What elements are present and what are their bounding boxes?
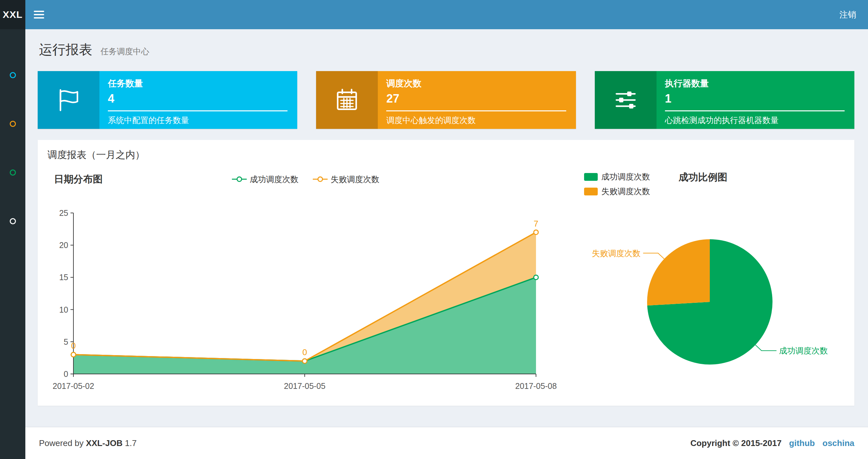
info-box-desc: 系统中配置的任务数量	[108, 115, 287, 126]
info-box-trigger-count: 调度次数 27 调度中心触发的调度次数	[316, 71, 576, 129]
progress-line	[386, 110, 566, 111]
panel-title: 调度报表（一月之内）	[38, 140, 855, 166]
circle-icon	[10, 72, 16, 78]
line-marker-icon	[232, 175, 247, 183]
line-marker-icon	[313, 175, 328, 183]
app-logo[interactable]: XXL	[0, 0, 25, 29]
sidebar	[0, 29, 25, 459]
logout-link[interactable]: 注销	[828, 0, 868, 29]
legend-swatch-icon	[584, 173, 598, 181]
powered-by: Powered by XXL-JOB 1.7	[39, 438, 137, 448]
circle-icon	[10, 169, 16, 175]
product-version: 1.7	[125, 438, 136, 448]
svg-text:10: 10	[59, 305, 68, 314]
product-name: XXL-JOB	[86, 438, 123, 448]
content-header: 运行报表 任务调度中心	[38, 41, 855, 59]
svg-text:15: 15	[59, 273, 68, 282]
svg-text:0: 0	[64, 369, 68, 379]
info-box-value: 1	[665, 92, 845, 105]
circle-icon	[10, 218, 16, 224]
hamburger-icon	[34, 11, 44, 12]
svg-text:2017-05-02: 2017-05-02	[53, 382, 94, 391]
svg-text:失败调度次数: 失败调度次数	[592, 249, 641, 258]
sidebar-item-task-manage[interactable]	[0, 99, 25, 148]
navbar-main: 注销	[25, 0, 868, 29]
info-box-title: 执行器数量	[665, 77, 845, 89]
info-box-executor-count: 执行器数量 1 心跳检测成功的执行器机器数量	[595, 71, 855, 129]
github-link[interactable]: github	[789, 438, 815, 448]
svg-text:0: 0	[71, 341, 76, 351]
success-ratio-chart-section: 成功调度次数失败调度次数 成功比例图 成功调度次数失败调度次数	[582, 171, 845, 393]
svg-text:2017-05-08: 2017-05-08	[515, 382, 557, 391]
sidebar-item-executor-manage[interactable]	[0, 197, 25, 245]
date-distribution-chart-section: 日期分布图 成功调度次数失败调度次数 05101520252017-05-022…	[48, 171, 582, 393]
content: 运行报表 任务调度中心 任务数量 4 系统中配置的任务数量	[25, 29, 868, 427]
main-area: 运行报表 任务调度中心 任务数量 4 系统中配置的任务数量	[25, 0, 868, 459]
calendar-icon	[316, 71, 378, 129]
svg-text:5: 5	[64, 337, 68, 347]
report-panel: 调度报表（一月之内） 日期分布图 成功调度次数失败调度次数 0510152025…	[38, 140, 855, 406]
info-box-desc: 调度中心触发的调度次数	[386, 115, 566, 126]
pie-chart-title: 成功比例图	[679, 171, 727, 184]
info-box-row: 任务数量 4 系统中配置的任务数量	[38, 71, 855, 129]
sidebar-item-dispatch-log[interactable]	[0, 148, 25, 197]
legend-item-成功调度次数[interactable]: 成功调度次数	[584, 171, 650, 182]
info-box-title: 调度次数	[386, 77, 566, 89]
line-chart-title: 日期分布图	[54, 173, 103, 186]
sidebar-toggle-button[interactable]	[25, 0, 53, 29]
footer-links: Copyright © 2015-2017 github oschina	[690, 438, 855, 448]
top-navbar: XXL 注销	[0, 0, 868, 29]
legend-label: 成功调度次数	[601, 171, 650, 182]
svg-text:7: 7	[534, 219, 538, 229]
page-subtitle: 任务调度中心	[100, 47, 149, 56]
svg-text:25: 25	[59, 208, 68, 218]
info-box-value: 27	[386, 92, 566, 105]
progress-line	[665, 110, 845, 111]
legend-item-失败调度次数[interactable]: 失败调度次数	[313, 174, 379, 185]
info-box-title: 任务数量	[108, 77, 287, 89]
legend-item-成功调度次数[interactable]: 成功调度次数	[232, 174, 299, 185]
line-chart-legend: 成功调度次数失败调度次数	[232, 174, 379, 185]
info-box-value: 4	[108, 92, 287, 105]
oschina-link[interactable]: oschina	[823, 438, 855, 448]
svg-text:成功调度次数: 成功调度次数	[779, 346, 828, 355]
progress-line	[108, 110, 287, 111]
legend-item-失败调度次数[interactable]: 失败调度次数	[584, 186, 650, 197]
svg-text:2017-05-05: 2017-05-05	[284, 382, 326, 391]
page-title: 运行报表 任务调度中心	[39, 41, 855, 59]
flag-icon	[38, 71, 99, 129]
legend-swatch-icon	[584, 188, 598, 195]
svg-text:20: 20	[59, 240, 68, 250]
circle-icon	[10, 121, 16, 127]
copyright-text: Copyright © 2015-2017	[690, 438, 782, 448]
info-box-desc: 心跳检测成功的执行器机器数量	[665, 115, 845, 126]
legend-label: 失败调度次数	[601, 186, 650, 197]
legend-label: 失败调度次数	[331, 174, 379, 185]
info-box-task-count: 任务数量 4 系统中配置的任务数量	[38, 71, 297, 129]
app-logo-text: XXL	[3, 9, 23, 20]
sliders-icon	[595, 71, 656, 129]
svg-text:0: 0	[303, 347, 307, 357]
success-ratio-pie-chart[interactable]: 成功调度次数失败调度次数	[582, 205, 845, 387]
page-footer: Powered by XXL-JOB 1.7 Copyright © 2015-…	[25, 427, 868, 459]
date-distribution-chart[interactable]: 05101520252017-05-022017-05-052017-05-08…	[48, 198, 561, 393]
legend-label: 成功调度次数	[250, 174, 299, 185]
sidebar-item-run-report[interactable]	[0, 51, 25, 99]
pie-chart-legend: 成功调度次数失败调度次数	[584, 171, 650, 197]
